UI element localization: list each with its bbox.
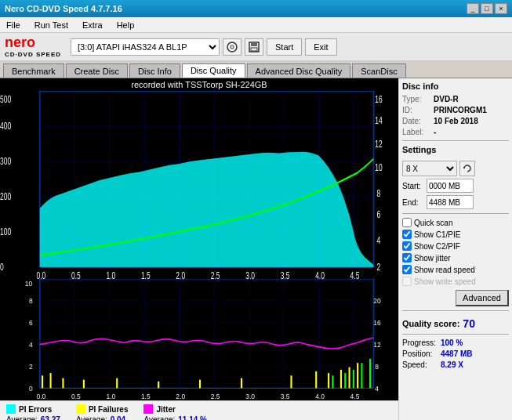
svg-rect-85	[361, 363, 362, 388]
svg-point-1	[231, 45, 234, 49]
jitter-label: Jitter	[156, 405, 175, 414]
svg-rect-69	[62, 378, 64, 388]
bottom-chart-svg: 0 2 4 6 8 10 4 8 12 16 20 0.0 0.5 1.0 1.…	[0, 279, 398, 400]
svg-text:100: 100	[0, 227, 11, 237]
svg-rect-79	[349, 367, 350, 388]
svg-text:0.5: 0.5	[71, 270, 81, 278]
start-button[interactable]: Start	[267, 38, 302, 56]
svg-text:1.0: 1.0	[106, 393, 115, 400]
quick-scan-checkbox[interactable]	[402, 218, 412, 227]
disc-date-value: 10 Feb 2018	[434, 117, 478, 125]
show-write-speed-checkbox	[402, 277, 412, 286]
pi-errors-legend: PI Errors Average: 63.27 Maximum: 283 To…	[6, 404, 60, 420]
svg-text:400: 400	[0, 121, 11, 132]
pi-failures-avg-label: Average:	[76, 415, 107, 420]
top-chart: 0 100 200 300 400 500 2 4 6 8 10 12 14 1…	[0, 91, 398, 279]
disc-label-row: Label: -	[402, 128, 509, 136]
main-content: recorded with TSSTcorp SH-224GB	[0, 78, 512, 420]
chart-title: recorded with TSSTcorp SH-224GB	[0, 78, 398, 91]
svg-text:16: 16	[373, 319, 381, 327]
svg-text:0.5: 0.5	[71, 393, 81, 400]
tab-create-disc[interactable]: Create Disc	[66, 63, 128, 78]
tab-advanced-disc-quality[interactable]: Advanced Disc Quality	[247, 63, 351, 78]
speed-selector[interactable]: 8 X Max 4 X	[402, 161, 457, 176]
tab-benchmark[interactable]: Benchmark	[3, 63, 64, 78]
disc-icon	[227, 42, 238, 52]
quality-score-label: Quality score:	[402, 319, 459, 328]
show-jitter-label: Show jitter	[414, 254, 451, 262]
drive-selector[interactable]: [3:0] ATAPI iHAS324 A BL1P	[71, 38, 220, 56]
disc-date-label: Date:	[402, 117, 432, 125]
close-button[interactable]: ×	[495, 3, 507, 14]
svg-rect-74	[241, 378, 242, 388]
end-mb-input[interactable]	[427, 195, 474, 209]
show-jitter-checkbox[interactable]	[402, 253, 412, 262]
svg-text:0.0: 0.0	[37, 270, 46, 278]
advanced-button[interactable]: Advanced	[456, 290, 509, 306]
position-value: 4487 MB	[441, 349, 473, 358]
menu-bar: File Run Test Extra Help	[0, 17, 512, 33]
tab-scan-disc[interactable]: ScanDisc	[352, 63, 405, 78]
menu-file[interactable]: File	[3, 19, 24, 31]
disc-id-row: ID: PRINCORGM1	[402, 106, 509, 114]
menu-help[interactable]: Help	[114, 19, 138, 31]
start-mb-input[interactable]	[427, 179, 474, 193]
disc-date-row: Date: 10 Feb 2018	[402, 117, 509, 125]
pi-failures-color	[76, 404, 85, 414]
svg-rect-4	[251, 48, 257, 51]
svg-text:3.5: 3.5	[281, 393, 290, 400]
title-bar-text: Nero CD-DVD Speed 4.7.7.16	[5, 4, 122, 13]
svg-text:2.0: 2.0	[176, 393, 185, 400]
show-jitter-row: Show jitter	[402, 253, 509, 262]
svg-rect-86	[369, 359, 371, 389]
end-mb-label: End:	[402, 198, 424, 207]
exit-button[interactable]: Exit	[305, 38, 336, 56]
divider-4	[402, 334, 509, 335]
pi-errors-label: PI Errors	[19, 405, 52, 414]
minimize-button[interactable]: _	[467, 3, 479, 14]
save-icon-button[interactable]	[245, 38, 263, 56]
show-c2pif-row: Show C2/PIF	[402, 241, 509, 251]
pi-failures-avg-value: 0.04	[111, 415, 125, 420]
svg-text:16: 16	[375, 95, 383, 105]
maximize-button[interactable]: □	[481, 3, 493, 14]
progress-row: Progress: 100 %	[402, 339, 509, 347]
disc-type-label: Type:	[402, 95, 432, 103]
divider-1	[402, 140, 509, 141]
disc-icon-button[interactable]	[223, 38, 241, 56]
svg-text:6: 6	[376, 209, 380, 219]
svg-rect-3	[251, 42, 257, 46]
refresh-icon	[463, 164, 472, 173]
save-icon	[249, 42, 260, 52]
svg-text:14: 14	[375, 116, 383, 126]
speed-result-label: Speed:	[402, 360, 438, 369]
svg-rect-84	[353, 370, 354, 389]
svg-text:2.5: 2.5	[211, 270, 220, 278]
show-c2pif-checkbox[interactable]	[402, 241, 412, 251]
chart-area: recorded with TSSTcorp SH-224GB	[0, 78, 398, 420]
svg-text:300: 300	[0, 157, 11, 167]
pi-errors-color	[6, 404, 16, 414]
svg-rect-82	[332, 375, 333, 388]
tab-disc-quality[interactable]: Disc Quality	[182, 63, 245, 78]
jitter-color	[143, 404, 153, 414]
settings-refresh-btn[interactable]	[459, 161, 475, 176]
tab-disc-info[interactable]: Disc Info	[129, 63, 180, 78]
menu-run-test[interactable]: Run Test	[31, 19, 71, 31]
pi-errors-avg-label: Average:	[6, 415, 38, 420]
show-write-speed-label: Show write speed	[414, 277, 476, 286]
show-c1pie-checkbox[interactable]	[402, 230, 412, 239]
pi-failures-legend: PI Failures Average: 0.04 Maximum: 7 Tot…	[76, 404, 129, 420]
disc-id-label: ID:	[402, 106, 432, 114]
svg-text:6: 6	[29, 319, 33, 327]
menu-extra[interactable]: Extra	[79, 19, 106, 31]
quick-scan-row: Quick scan	[402, 218, 509, 227]
speed-result-value: 8.29 X	[441, 360, 463, 369]
quality-score-value: 70	[463, 317, 475, 330]
svg-rect-75	[290, 375, 292, 388]
position-row: Position: 4487 MB	[402, 349, 509, 358]
svg-text:2.5: 2.5	[211, 393, 220, 400]
disc-label-label: Label:	[402, 128, 432, 136]
svg-rect-68	[50, 373, 52, 388]
show-read-speed-checkbox[interactable]	[402, 265, 412, 274]
